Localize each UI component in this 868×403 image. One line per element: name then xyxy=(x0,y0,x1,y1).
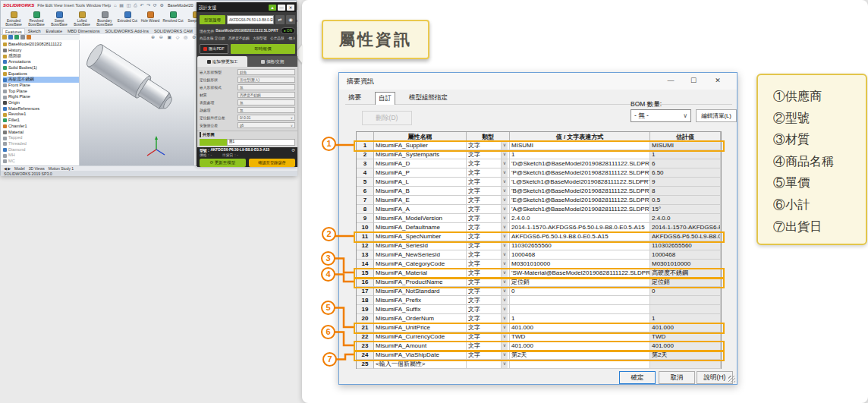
property-name-cell[interactable]: MisumiFA_NewSeriesId xyxy=(374,250,467,260)
property-type-cell[interactable]: 文字∨ xyxy=(467,205,510,214)
property-name-cell[interactable]: MisumiFA_Material xyxy=(374,269,467,278)
property-name-cell[interactable]: MisumiFA_L xyxy=(374,178,467,187)
property-value-cell[interactable]: MISUMI xyxy=(510,141,650,150)
property-name-cell[interactable]: MisumiFA_Systemparts xyxy=(374,150,467,159)
chevron-down-icon[interactable]: ∨ xyxy=(501,360,508,368)
property-value-cell[interactable]: 'E@Sketch1@BaseModel20190828111122.SLDPR… xyxy=(510,196,650,205)
property-name-cell[interactable]: MisumiFA_SpecNumber xyxy=(374,232,467,241)
property-name-cell[interactable]: MisumiFA_P xyxy=(374,168,467,178)
chevron-down-icon[interactable]: ∨ xyxy=(501,241,508,250)
drawing-strip[interactable]: 圖1 xyxy=(227,139,295,146)
addin-badge-icon[interactable]: ▲ xyxy=(269,5,276,11)
chevron-down-icon[interactable]: ∨ xyxy=(501,269,508,277)
property-value-cell[interactable]: AKFDGS6-P6.50-L9-B8.0-E0.5-A15 xyxy=(510,232,650,241)
tab-machining[interactable]: 追加/變更加工 xyxy=(197,56,247,67)
chevron-down-icon[interactable]: ∨ xyxy=(501,342,508,350)
tool-icon[interactable] xyxy=(14,35,19,39)
tree-item[interactable]: 感測器 xyxy=(3,53,79,59)
tree-item[interactable]: Annotations xyxy=(3,59,79,65)
tab-summary[interactable]: 摘要 xyxy=(345,92,364,104)
chevron-down-icon[interactable]: ∨ xyxy=(501,205,508,213)
ribbon-command[interactable]: Lofted Boss/Base xyxy=(71,11,93,27)
property-name-cell[interactable]: MisumiFA_D xyxy=(374,159,467,168)
delete-button[interactable]: 刪除(D) xyxy=(362,111,412,125)
property-value-cell[interactable]: 'B@Sketch1@BaseModel20190828111122.SLDPR… xyxy=(510,187,650,196)
property-value-cell[interactable]: 1 xyxy=(510,150,650,159)
ribbon-command[interactable]: Extruded Cut xyxy=(116,11,139,27)
chevron-down-icon[interactable]: ∨ xyxy=(501,314,508,323)
property-type-cell[interactable]: 文字∨ xyxy=(467,323,510,332)
property-value-cell[interactable]: M0301010000 xyxy=(510,260,650,269)
property-value-cell[interactable]: 2.4.0.0 xyxy=(510,214,650,223)
swap-button[interactable]: ⇄ xyxy=(275,15,285,24)
property-type-cell[interactable]: 文字∨ xyxy=(467,278,510,287)
ribbon-tab-features[interactable]: Features xyxy=(2,28,25,34)
help-button[interactable]: 說明(H) xyxy=(697,371,733,384)
ribbon-command[interactable]: Extruded Boss/Base xyxy=(2,11,25,27)
chevron-down-icon[interactable]: ∨ xyxy=(501,141,508,150)
tool-icon[interactable] xyxy=(20,35,25,39)
chevron-down-icon[interactable]: ∨ xyxy=(501,323,508,332)
property-type-cell[interactable]: 文字∨ xyxy=(467,314,510,323)
property-type-cell[interactable]: 文字∨ xyxy=(467,187,510,196)
property-name-cell[interactable]: MisumiFA_Supplier xyxy=(374,141,467,150)
tree-item[interactable]: MH xyxy=(3,153,79,159)
tree-item[interactable]: History xyxy=(3,48,79,54)
graphics-area[interactable] xyxy=(80,34,194,165)
ok-button[interactable]: 確定 xyxy=(619,371,656,384)
tree-item[interactable]: Origin xyxy=(3,100,79,106)
tool-icon[interactable] xyxy=(2,35,7,39)
save-register-button[interactable]: 確認並登錄儲存 xyxy=(249,159,295,167)
property-type-cell[interactable]: 文字∨ xyxy=(467,168,510,178)
tree-item[interactable]: Material xyxy=(3,130,79,136)
tree-item[interactable]: Chamfer1 xyxy=(3,124,79,130)
model-search-button[interactable]: 型號搜尋 xyxy=(200,15,225,24)
ribbon-command[interactable]: Revolved Cut xyxy=(162,11,184,27)
property-type-cell[interactable]: 文字∨ xyxy=(467,196,510,205)
tab-configuration[interactable]: 模型組態指定 xyxy=(406,92,451,104)
property-name-cell[interactable]: MisumiFA_Prefix xyxy=(374,296,467,305)
property-type-cell[interactable]: 文字∨ xyxy=(467,296,510,305)
tree-item[interactable]: Fillet1 xyxy=(3,118,79,124)
tree-item[interactable]: Tapped xyxy=(3,135,79,141)
sketch-toolbar[interactable] xyxy=(2,35,31,39)
property-value-cell[interactable]: 第2天 xyxy=(510,351,650,360)
property-name-cell[interactable]: MisumiFA_Suffix xyxy=(374,305,467,314)
field-input[interactable]: 斜角 xyxy=(237,69,295,75)
cancel-button[interactable]: 取消 xyxy=(659,371,695,384)
chevron-down-icon[interactable]: ∨ xyxy=(501,196,508,204)
ribbon-command[interactable]: Hole Wizard xyxy=(139,11,162,27)
property-value-cell[interactable]: 'A@Sketch1@BaseModel20190828111122.SLDPR… xyxy=(510,205,650,214)
info-button[interactable]: ◉ xyxy=(286,15,295,24)
property-name-cell[interactable]: <輸入一個新屬性> xyxy=(374,360,467,369)
property-value-cell[interactable]: TWD xyxy=(510,332,650,342)
export-pdf-button[interactable]: 匯出PDF xyxy=(200,44,228,54)
chevron-down-icon[interactable]: ∨ xyxy=(501,250,508,259)
property-name-cell[interactable]: MisumiFA_B xyxy=(374,187,467,196)
property-type-cell[interactable]: 文字∨ xyxy=(467,232,510,241)
property-type-cell[interactable]: 文字∨ xyxy=(467,250,510,260)
property-name-cell[interactable]: MisumiFA_ModelVersion xyxy=(374,214,467,223)
property-name-cell[interactable]: MisumiFA_CategoryCode xyxy=(374,260,467,269)
property-value-cell[interactable]: 'D@Sketch1@BaseModel20190828111122.SLDPR… xyxy=(510,159,650,168)
property-type-cell[interactable]: 文字∨ xyxy=(467,214,510,223)
property-value-cell[interactable] xyxy=(510,296,650,305)
property-name-cell[interactable]: MisumiFA_A xyxy=(374,205,467,214)
property-type-cell[interactable]: 文字∨ xyxy=(467,260,510,269)
ribbon-tab-solidworks-add-ins[interactable]: SOLIDWORKS Add-Ins xyxy=(102,28,150,34)
tree-item[interactable]: Revolve1 xyxy=(3,112,79,118)
chevron-down-icon[interactable]: ∨ xyxy=(501,168,508,177)
chevron-down-icon[interactable]: ∨ xyxy=(501,150,508,159)
field-input[interactable]: 高硬度不銹鋼 xyxy=(237,92,295,98)
field-input[interactable]: 無 xyxy=(237,84,295,90)
field-input[interactable]: 直柱型(壓入) xyxy=(237,77,295,83)
property-type-cell[interactable]: 文字∨ xyxy=(467,159,510,168)
property-type-cell[interactable]: 文字∨ xyxy=(467,287,510,296)
property-type-cell[interactable]: 文字∨ xyxy=(467,178,510,187)
ribbon-tab-evaluate[interactable]: Evaluate xyxy=(44,28,64,34)
chevron-down-icon[interactable]: ∨ xyxy=(501,351,508,359)
property-name-cell[interactable]: MisumiFA_Defaultname xyxy=(374,223,467,232)
chevron-down-icon[interactable]: ∨ xyxy=(501,332,508,341)
chevron-down-icon[interactable]: ∨ xyxy=(501,214,508,222)
tree-item[interactable]: Top Plane xyxy=(3,89,79,95)
